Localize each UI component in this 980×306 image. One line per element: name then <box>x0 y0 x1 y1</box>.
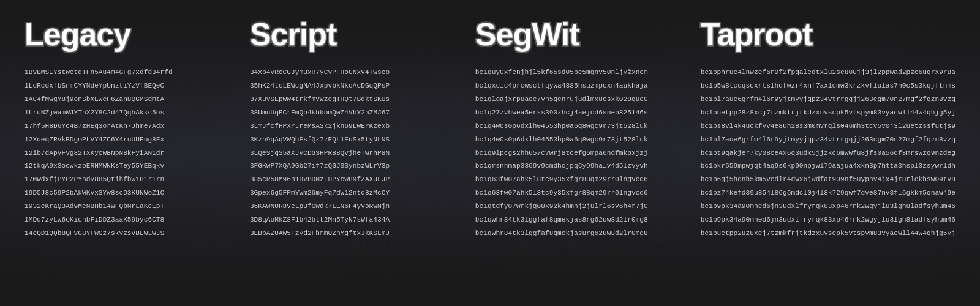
column-taproot: Taprootbc1pphr8c4lnwzcf6r0f2fpqaledtxlu2… <box>701 18 956 239</box>
address-item[interactable]: bc1p5w8tcqqscxrtslhqfwzr4xnf7axlcmw3krzk… <box>701 81 956 92</box>
address-item[interactable]: 17hf5H8D6Yc4B7zHEg3orAtKn7Jhme7Adx <box>24 121 225 132</box>
address-item[interactable]: bc1p9pk34a90mned6jn3udxlfryrqk83xp46rnk2… <box>701 215 956 226</box>
script-address-list: 34xp4vRoCGJym3xR7yCVPFHoCNxv4Twseo35hK24… <box>250 67 451 239</box>
address-item[interactable]: 35hK24tcLEWcgNA4JxpvbkNkoAcDGqQPsP <box>250 81 451 92</box>
address-item[interactable]: 1LdRcdxfbSnmCYYNdeYpUnztiYzVfBEQeC <box>24 81 225 92</box>
address-item[interactable]: bc1qwhr84tk3lggfaf8qmekjas8rg62uw8d2lr0m… <box>475 215 676 226</box>
address-item[interactable]: bc1qtdfy07wrkjq08x92k4hmnj2j8lrl6sv6h4r7… <box>475 201 676 212</box>
address-item[interactable]: bc1q9lpcgs2hh657c?wrj8tcefg6mpa6ndfmkpxj… <box>475 148 676 159</box>
address-item[interactable]: 3Kzh9qAqVWQhEsfQz7zEQL1EuSx5tyNLNS <box>250 135 451 146</box>
address-item[interactable]: 3D8qAoMkZ8F1b42btt2Mn5TyN7sWfa434A <box>250 215 451 226</box>
address-item[interactable]: bc1p6qj5hgnh5km5vcdlr4dwx6jwdfat909nf5uy… <box>701 174 956 185</box>
address-item[interactable]: 14eQD1QQb8QFVG8YFwGz7skyzsvBLWLwJS <box>24 228 225 239</box>
address-item[interactable]: 1AC4fMwgY8j9onSbXEWeH6Zan8QGMSdmtA <box>24 94 225 105</box>
address-item[interactable]: bc1q4w0s0p6dxlh04553hp0a6q8wgc9r73jt528l… <box>475 135 676 146</box>
address-item[interactable]: bc1qlgajxrp8aee7vn5qcnrujudlmx8csxk028q8… <box>475 94 676 105</box>
address-item[interactable]: 37XuVSEpWW4trkfmvWzegTHQt7BdktSKUs <box>250 94 451 105</box>
address-item[interactable]: 1LruNZjwamWJXThX2Y8C2d47QqhAkkc5os <box>24 108 225 119</box>
address-item[interactable]: 38UmuUqPCrFmQo4khkomQwZ4VbY2nZMJ67 <box>250 108 451 119</box>
address-item[interactable]: 12ib7dApVFvg82TXKycWBNpN8kFyiAN1dr <box>24 148 225 159</box>
column-script: Script34xp4vRoCGJym3xR7yCVPFHoCNxv4Twseo… <box>250 18 451 239</box>
address-item[interactable]: bc1pt9qakjer7ky08ce4x6q3udx5jjzkc6mwwfu8… <box>701 148 956 159</box>
address-item[interactable]: 1932eKraQ3Ad9MeNBHb14WFQbNrLaKeEpT <box>24 201 225 212</box>
script-header: Script <box>250 18 451 50</box>
address-item[interactable]: bc1q63fw07ahk5l8tc9y35xfgr88qm29rr0lngvc… <box>475 174 676 185</box>
address-item[interactable]: bc1q4w0s0p6dxlh04553hp0a6q8wgc9r73jt528l… <box>475 121 676 132</box>
address-item[interactable]: bc1pphr8c4lnwzcf6r0f2fpqaledtxlu2se808jj… <box>701 67 956 78</box>
address-item[interactable]: bc1qwhr84tk3lggfaf8qmekjas8rg62uw8d2lr0m… <box>475 228 676 239</box>
address-item[interactable]: 1MDq7zyLw6oKichbFiDDZ3aaK59byc6CT8 <box>24 215 225 226</box>
address-item[interactable]: bc1pl7aue6grfm4l6r9yjtmyyjqpz34vtrrgqjj2… <box>701 94 956 105</box>
address-item[interactable]: 385cR5DM96n1HvBDMzLHPYcw89fZAXULJP <box>250 174 451 185</box>
taproot-address-list: bc1pphr8c4lnwzcf6r0f2fpqaledtxlu2se808jj… <box>701 67 956 239</box>
legacy-header: Legacy <box>24 18 225 50</box>
address-item[interactable]: bc1pl7aue6grfm4l6r9yjtmyyjqpz34vtrrgqjj2… <box>701 135 956 146</box>
legacy-address-list: 1BvBMSEYstWetqTFn5Au4m4GFg7xdfd34rfd1LdR… <box>24 67 225 239</box>
address-item[interactable]: 34xp4vRoCGJym3xR7yCVPFHoCNxv4Twseo <box>250 67 451 78</box>
address-item[interactable]: bc1pz74kefd39u854l86g6mdcl0j4l8k729qwf7d… <box>701 188 956 199</box>
address-item[interactable]: bc1qrsnnmap3869v9cmdhcjpq6y99halv4d5lzvy… <box>475 161 676 172</box>
address-item[interactable]: bc1q27zvhwea5erss390zhcj4sejcd6snep825l4… <box>475 108 676 119</box>
taproot-header: Taproot <box>701 18 956 50</box>
address-item[interactable]: 3Gpex6g5FPmYWm26myFq7dW12ntd8zMcCY <box>250 188 451 199</box>
segwit-header: SegWit <box>475 18 676 50</box>
address-item[interactable]: 3LQeSjqS5aXJVCDGSHPR88QvjheTwrhP8N <box>250 148 451 159</box>
address-item[interactable]: 36KAwNUR8VeLpUfGwdk7LEN6F4yvoRWMjn <box>250 201 451 212</box>
address-item[interactable]: bc1q63fw07ahk5l8tc9y35xfgr88qm29rr0lngvc… <box>475 188 676 199</box>
address-item[interactable]: bc1quy0xfenjhjl5kf65sd05pe5mqnv50nljyžxn… <box>475 67 676 78</box>
address-item[interactable]: 19D5J8c59P2bAkWKvxSYw8scD3KUNWoZ1C <box>24 188 225 199</box>
address-item[interactable]: 1BvBMSEYstWetqTFn5Au4m4GFg7xdfd34rfd <box>24 67 225 78</box>
address-item[interactable]: 3FGKwP7XQA9Gb27if7zQGJSSynbzWLrV3p <box>250 161 451 172</box>
address-item[interactable]: 3LYJfcfHPXYJreMsASk2jkn69LWEYKzexb <box>250 121 451 132</box>
address-item[interactable]: bc1ps8vl4k4uckfyv4e8uh28s3m0mvrqls046mh3… <box>701 121 956 132</box>
address-item[interactable]: 3EBpAZUAW5Tzyd2FhmmUZnYgftxJkKSLmJ <box>250 228 451 239</box>
address-item[interactable]: 17MWdxfjPYP2PYhdy885QtihfbW181r1rn <box>24 174 225 185</box>
address-item[interactable]: bc1puetpp28z8xcj7tzmkfrjtkdzxuvscpk5vtsp… <box>701 108 956 119</box>
address-item[interactable]: 12XqeqZRVkBDgmPLVY4ZC6Y4ruUUEug8Fx <box>24 135 225 146</box>
address-item[interactable]: 12tkqA9xSoowkzoERHMWNKsTey55YEBqkv <box>24 161 225 172</box>
segwit-address-list: bc1quy0xfenjhjl5kf65sd05pe5mqnv50nljyžxn… <box>475 67 676 239</box>
address-item[interactable]: bc1pkr659mpwjqt4aq9s6kp90npjwl79aajua4xk… <box>701 161 956 172</box>
column-segwit: SegWitbc1quy0xfenjhjl5kf65sd05pe5mqnv50n… <box>475 18 676 239</box>
column-legacy: Legacy1BvBMSEYstWetqTFn5Au4m4GFg7xdfd34r… <box>24 18 225 239</box>
main-columns: Legacy1BvBMSEYstWetqTFn5Au4m4GFg7xdfd34r… <box>24 18 956 239</box>
address-item[interactable]: bc1puetpp28z8xcj7tzmkfrjtkdzxuvscpk5vtsp… <box>701 228 956 239</box>
address-item[interactable]: bc1p9pk34a90mned6jn3udxlfryrqk83xp46rnk2… <box>701 201 956 212</box>
address-item[interactable]: bc1qxclc4prcwsctfqywa4885hsuzmpcxn4aukha… <box>475 81 676 92</box>
